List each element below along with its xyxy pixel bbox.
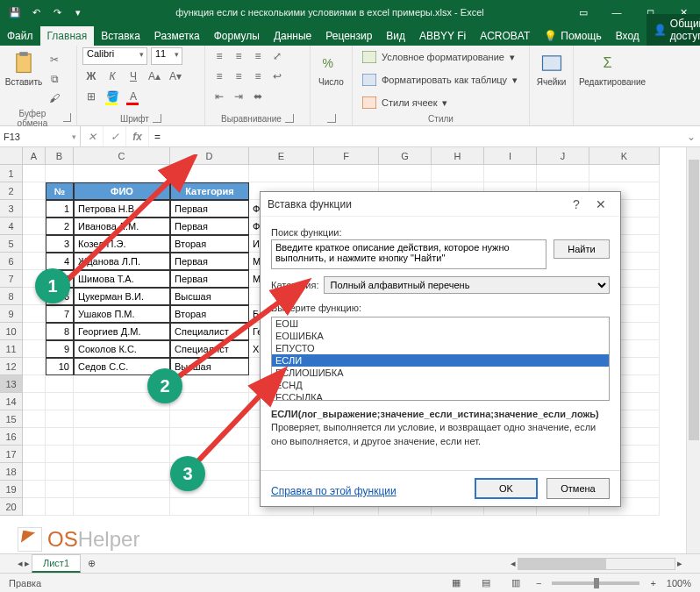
search-input[interactable] <box>271 239 546 269</box>
cell[interactable] <box>249 165 314 182</box>
cell[interactable]: Первая <box>170 270 249 288</box>
cell[interactable] <box>23 323 46 340</box>
cell[interactable]: Ушаков П.М. <box>74 305 170 323</box>
font-name-combo[interactable]: Calibri <box>82 47 147 65</box>
sheet-tab[interactable]: Лист1 <box>32 554 81 573</box>
zoom-slider[interactable] <box>552 581 639 585</box>
page-layout-view-icon[interactable]: ▤ <box>476 575 496 591</box>
cut-icon[interactable]: ✂ <box>46 51 63 68</box>
cell[interactable] <box>23 481 46 498</box>
row-header[interactable]: 9 <box>0 305 23 323</box>
conditional-formatting-button[interactable]: Условное форматирование ▾ <box>358 47 519 67</box>
cell[interactable] <box>46 393 74 410</box>
decrease-font-icon[interactable]: A▾ <box>167 68 184 85</box>
align-top-icon[interactable]: ≡ <box>211 47 228 65</box>
cell[interactable]: Цукерман В.И. <box>74 288 170 305</box>
column-header[interactable]: J <box>537 147 589 165</box>
cell[interactable]: Козел П.Э. <box>74 235 170 253</box>
save-icon[interactable]: 💾 <box>5 3 25 22</box>
cell[interactable] <box>170 393 249 410</box>
cell[interactable]: Иванова Л.М. <box>74 218 170 235</box>
italic-button[interactable]: К <box>104 68 121 85</box>
tab-insert[interactable]: Вставка <box>94 26 147 46</box>
function-list-item[interactable]: ЕОШИБКА <box>272 330 609 342</box>
cell[interactable] <box>23 428 46 446</box>
cell[interactable] <box>23 253 46 270</box>
column-header[interactable]: D <box>170 147 249 165</box>
cell[interactable] <box>170 165 249 182</box>
align-center-icon[interactable]: ≡ <box>230 68 247 85</box>
function-list-item[interactable]: ЕПУСТО <box>272 342 609 354</box>
cell[interactable] <box>314 165 379 182</box>
name-box[interactable]: F13 <box>0 126 81 146</box>
copy-icon[interactable]: ⧉ <box>46 70 63 88</box>
function-list-item[interactable]: ЕССЫЛКА <box>272 391 609 401</box>
cell[interactable] <box>74 498 170 516</box>
redo-icon[interactable]: ↷ <box>47 3 67 22</box>
cell[interactable]: Соколов К.С. <box>74 340 170 358</box>
column-header[interactable]: F <box>314 147 379 165</box>
row-header[interactable]: 14 <box>0 393 23 410</box>
cell[interactable] <box>74 428 170 446</box>
cell[interactable]: Шимова Т.А. <box>74 270 170 288</box>
dialog-titlebar[interactable]: Вставка функции ? ✕ <box>261 192 620 217</box>
cell[interactable] <box>23 446 46 463</box>
underline-button[interactable]: Ч <box>125 68 142 85</box>
cell[interactable] <box>46 428 74 446</box>
dialog-help-icon[interactable]: ? <box>564 197 589 211</box>
cell[interactable] <box>46 375 74 393</box>
row-header[interactable]: 6 <box>0 253 23 270</box>
align-left-icon[interactable]: ≡ <box>211 68 228 85</box>
cell[interactable]: Вторая <box>170 305 249 323</box>
tab-acrobat[interactable]: ACROBAT <box>473 26 537 46</box>
font-size-combo[interactable]: 11 <box>151 47 182 65</box>
cell[interactable]: 4 <box>46 253 74 270</box>
editing-button[interactable]: ΣРедактирование <box>579 47 646 87</box>
cell[interactable] <box>589 165 660 182</box>
cell[interactable] <box>46 463 74 481</box>
row-header[interactable]: 17 <box>0 446 23 463</box>
row-header[interactable]: 2 <box>0 182 23 200</box>
cells-button[interactable]: Ячейки <box>535 47 568 87</box>
row-header[interactable]: 12 <box>0 358 23 375</box>
qat-customize-icon[interactable]: ▾ <box>68 3 88 22</box>
cell[interactable] <box>23 182 46 200</box>
row-header[interactable]: 4 <box>0 218 23 235</box>
cell[interactable] <box>74 481 170 498</box>
zoom-level[interactable]: 100% <box>667 578 691 588</box>
category-select[interactable]: Полный алфавитный перечень <box>324 276 610 294</box>
cell[interactable]: 3 <box>46 235 74 253</box>
cell[interactable]: 2 <box>46 218 74 235</box>
column-header[interactable]: E <box>249 147 314 165</box>
cell[interactable]: 9 <box>46 340 74 358</box>
cell[interactable]: Специалист <box>170 323 249 340</box>
cell[interactable] <box>23 165 46 182</box>
share-button[interactable]: 👤 Общий доступ <box>646 14 700 46</box>
cell[interactable]: Петрова Н.В. <box>74 200 170 218</box>
row-header[interactable]: 15 <box>0 410 23 428</box>
hscroll-left-icon[interactable]: ◂ <box>511 558 516 569</box>
decrease-indent-icon[interactable]: ⇤ <box>211 88 228 105</box>
cell[interactable] <box>74 165 170 182</box>
cell[interactable] <box>46 498 74 516</box>
cell[interactable] <box>46 446 74 463</box>
cell[interactable] <box>23 410 46 428</box>
tab-file[interactable]: Файл <box>0 26 40 46</box>
row-header[interactable]: 8 <box>0 288 23 305</box>
help-button[interactable]: 💡 Помощь <box>537 26 608 46</box>
tab-data[interactable]: Данные <box>267 26 318 46</box>
row-header[interactable]: 11 <box>0 340 23 358</box>
row-header[interactable]: 1 <box>0 165 23 182</box>
minimize-icon[interactable]: — <box>600 0 633 25</box>
cell[interactable] <box>23 218 46 235</box>
cell[interactable] <box>23 235 46 253</box>
tab-view[interactable]: Вид <box>379 26 412 46</box>
row-header[interactable]: 7 <box>0 270 23 288</box>
cell[interactable] <box>23 393 46 410</box>
cell[interactable]: 1 <box>46 200 74 218</box>
row-header[interactable]: 16 <box>0 428 23 446</box>
cell[interactable]: Первая <box>170 218 249 235</box>
number-format-button[interactable]: %Число <box>316 47 346 87</box>
cell[interactable] <box>46 165 74 182</box>
formula-input[interactable]: = <box>149 126 682 146</box>
